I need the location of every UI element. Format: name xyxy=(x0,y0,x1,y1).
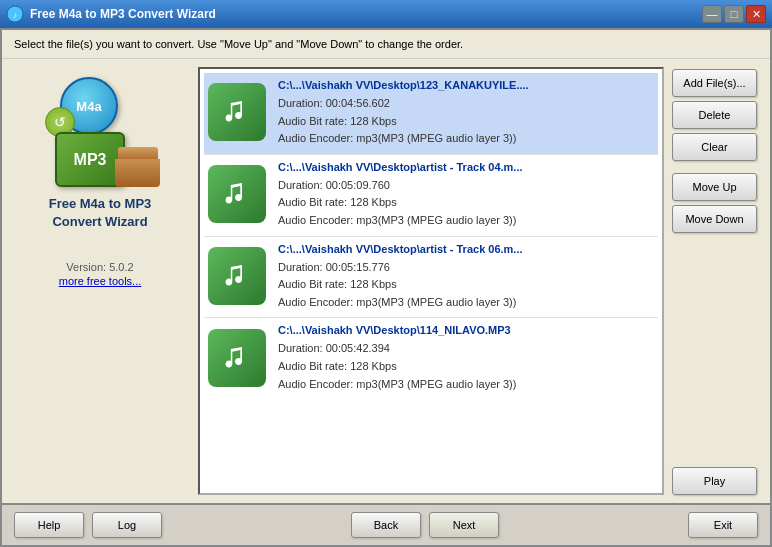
file-item[interactable]: C:\...\Vaishakh VV\Desktop\114_NILAVO.MP… xyxy=(204,318,658,399)
bottom-right-buttons: Exit xyxy=(688,512,758,538)
file-detail: Duration: 00:05:15.776Audio Bit rate: 12… xyxy=(278,259,654,312)
window-title: Free M4a to MP3 Convert Wizard xyxy=(30,7,702,21)
file-info: C:\...\Vaishakh VV\Desktop\artist - Trac… xyxy=(278,243,654,312)
file-path: C:\...\Vaishakh VV\Desktop\artist - Trac… xyxy=(278,243,654,255)
app-title: Free M4a to MP3Convert Wizard xyxy=(49,195,152,231)
close-button[interactable]: ✕ xyxy=(746,5,766,23)
file-path: C:\...\Vaishakh VV\Desktop\123_KANAKUYIL… xyxy=(278,79,654,91)
clear-button[interactable]: Clear xyxy=(672,133,757,161)
file-detail: Duration: 00:05:09.760Audio Bit rate: 12… xyxy=(278,177,654,230)
more-tools-link[interactable]: more free tools... xyxy=(59,275,142,287)
file-icon xyxy=(208,247,268,307)
back-button[interactable]: Back xyxy=(351,512,421,538)
instruction-bar: Select the file(s) you want to convert. … xyxy=(2,30,770,59)
add-files-button[interactable]: Add File(s)... xyxy=(672,69,757,97)
file-path: C:\...\Vaishakh VV\Desktop\artist - Trac… xyxy=(278,161,654,173)
file-list[interactable]: C:\...\Vaishakh VV\Desktop\123_KANAKUYIL… xyxy=(198,67,664,495)
instruction-text: Select the file(s) you want to convert. … xyxy=(14,38,463,50)
music-note-icon xyxy=(208,83,266,141)
help-button[interactable]: Help xyxy=(14,512,84,538)
file-detail: Duration: 00:04:56.602Audio Bit rate: 12… xyxy=(278,95,654,148)
music-note-icon xyxy=(208,329,266,387)
exit-button[interactable]: Exit xyxy=(688,512,758,538)
file-icon xyxy=(208,83,268,143)
move-down-button[interactable]: Move Down xyxy=(672,205,757,233)
wooden-base xyxy=(115,147,160,187)
content-area: M4a ↺ MP3 Free M4a to MP3Convert Wizard … xyxy=(2,59,770,503)
bottom-bar: Help Log Back Next Exit xyxy=(2,503,770,545)
file-info: C:\...\Vaishakh VV\Desktop\114_NILAVO.MP… xyxy=(278,324,654,393)
bottom-center-buttons: Back Next xyxy=(351,512,499,538)
file-info: C:\...\Vaishakh VV\Desktop\artist - Trac… xyxy=(278,161,654,230)
file-item[interactable]: C:\...\Vaishakh VV\Desktop\artist - Trac… xyxy=(204,237,658,319)
move-up-button[interactable]: Move Up xyxy=(672,173,757,201)
version-text: Version: 5.0.2 xyxy=(66,261,133,273)
logo-area: M4a ↺ MP3 Free M4a to MP3Convert Wizard xyxy=(40,77,160,251)
left-sidebar: M4a ↺ MP3 Free M4a to MP3Convert Wizard … xyxy=(10,67,190,495)
window-controls: — □ ✕ xyxy=(702,5,766,23)
bottom-left-buttons: Help Log xyxy=(14,512,162,538)
next-button[interactable]: Next xyxy=(429,512,499,538)
music-note-icon xyxy=(208,165,266,223)
log-button[interactable]: Log xyxy=(92,512,162,538)
file-detail: Duration: 00:05:42.394Audio Bit rate: 12… xyxy=(278,340,654,393)
delete-button[interactable]: Delete xyxy=(672,101,757,129)
right-buttons: Add File(s)... Delete Clear Move Up Move… xyxy=(672,67,762,495)
file-path: C:\...\Vaishakh VV\Desktop\114_NILAVO.MP… xyxy=(278,324,654,336)
music-note-icon xyxy=(208,247,266,305)
minimize-button[interactable]: — xyxy=(702,5,722,23)
file-icon xyxy=(208,329,268,389)
svg-text:♪: ♪ xyxy=(13,11,17,20)
maximize-button[interactable]: □ xyxy=(724,5,744,23)
main-window: Select the file(s) you want to convert. … xyxy=(0,28,772,547)
app-icon: ♪ xyxy=(6,5,24,23)
play-button[interactable]: Play xyxy=(672,467,757,495)
file-icon xyxy=(208,165,268,225)
title-bar: ♪ Free M4a to MP3 Convert Wizard — □ ✕ xyxy=(0,0,772,28)
file-item[interactable]: C:\...\Vaishakh VV\Desktop\artist - Trac… xyxy=(204,155,658,237)
logo-icons: M4a ↺ MP3 xyxy=(40,77,160,187)
file-item[interactable]: C:\...\Vaishakh VV\Desktop\123_KANAKUYIL… xyxy=(204,73,658,155)
file-info: C:\...\Vaishakh VV\Desktop\123_KANAKUYIL… xyxy=(278,79,654,148)
